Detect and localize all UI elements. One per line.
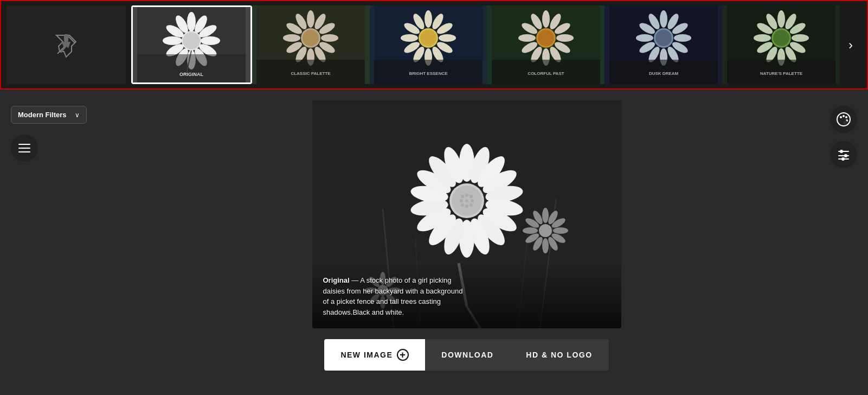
svg-point-162 xyxy=(465,199,468,202)
svg-point-53 xyxy=(420,30,436,46)
svg-point-158 xyxy=(461,195,464,198)
svg-point-27 xyxy=(321,34,338,42)
svg-point-67 xyxy=(518,34,536,42)
svg-text:ORIGINAL: ORIGINAL xyxy=(179,72,204,77)
filter-label: Modern Filters xyxy=(18,111,70,119)
bottom-buttons: NEW IMAGE + DOWNLOAD HD & NO LOGO xyxy=(324,339,608,371)
filmstrip: ORIGINAL xyxy=(0,0,868,90)
filmstrip-item-natures-palette[interactable]: NATURE'S PALETTE xyxy=(722,5,840,84)
svg-point-174 xyxy=(844,121,847,124)
filmstrip-item-bright-essence[interactable]: BRIGHT ESSENCE xyxy=(370,5,487,84)
right-panel xyxy=(825,100,857,168)
svg-point-70 xyxy=(538,30,554,46)
svg-point-180 xyxy=(841,157,845,161)
svg-point-119 xyxy=(553,227,568,234)
svg-point-166 xyxy=(470,203,473,207)
bright-thumb: BRIGHT ESSENCE xyxy=(374,5,483,84)
filmstrip-item-dusk-dream[interactable]: DUSK DREAM xyxy=(605,5,722,84)
center-image-wrapper: Original — A stock photo of a girl picki… xyxy=(108,100,825,371)
hd-no-logo-label: HD & NO LOGO xyxy=(526,351,592,359)
download-button[interactable]: DOWNLOAD xyxy=(425,339,510,371)
plus-icon: + xyxy=(397,349,409,361)
svg-point-58 xyxy=(542,10,550,28)
menu-button[interactable] xyxy=(11,135,38,162)
svg-point-24 xyxy=(307,10,314,28)
svg-point-87 xyxy=(655,30,672,46)
image-caption: Original — A stock photo of a girl picki… xyxy=(312,264,475,328)
filmstrip-next-button[interactable]: › xyxy=(840,37,861,53)
svg-point-160 xyxy=(470,195,473,198)
svg-point-95 xyxy=(792,34,809,42)
original-thumb: ORIGINAL xyxy=(137,7,246,82)
svg-point-50 xyxy=(401,34,418,42)
svg-point-161 xyxy=(460,199,463,202)
svg-text:CLASSIC PALETTE: CLASSIC PALETTE xyxy=(291,71,331,76)
hamburger-icon xyxy=(18,144,30,152)
svg-point-128 xyxy=(539,224,552,237)
svg-point-61 xyxy=(556,34,574,42)
svg-point-176 xyxy=(840,150,843,153)
svg-point-178 xyxy=(844,154,847,157)
svg-point-33 xyxy=(283,34,300,42)
svg-point-41 xyxy=(425,10,432,28)
svg-text:BRIGHT ESSENCE: BRIGHT ESSENCE xyxy=(409,71,448,76)
download-label: DOWNLOAD xyxy=(441,351,493,359)
chevron-down-icon: ∨ xyxy=(75,111,80,119)
svg-point-78 xyxy=(674,34,691,42)
svg-point-18 xyxy=(183,32,200,49)
left-panel: Modern Filters ∨ xyxy=(11,100,108,162)
sliders-button[interactable] xyxy=(830,141,857,168)
main-area: Modern Filters ∨ xyxy=(0,90,868,395)
new-image-button[interactable]: NEW IMAGE + xyxy=(324,339,425,371)
main-image-container: Original — A stock photo of a girl picki… xyxy=(312,100,621,328)
svg-point-44 xyxy=(439,34,456,42)
svg-rect-1 xyxy=(64,34,68,42)
svg-point-9 xyxy=(201,36,220,45)
nature-thumb: NATURE'S PALETTE xyxy=(727,5,835,84)
caption-bold-text: Original xyxy=(323,276,350,284)
svg-point-122 xyxy=(542,238,549,253)
pin-icon xyxy=(53,32,79,58)
classic-thumb: CLASSIC PALETTE xyxy=(256,5,365,84)
svg-point-101 xyxy=(754,34,771,42)
svg-point-6 xyxy=(187,12,196,31)
svg-point-170 xyxy=(843,115,845,117)
filmstrip-pin-button[interactable] xyxy=(7,5,126,84)
svg-text:COLORFUL PAST: COLORFUL PAST xyxy=(528,71,564,76)
filmstrip-items: ORIGINAL xyxy=(131,5,840,84)
filmstrip-item-original[interactable]: ORIGINAL xyxy=(131,5,252,84)
filmstrip-item-classic-palette[interactable]: CLASSIC PALETTE xyxy=(252,5,370,84)
svg-point-104 xyxy=(773,30,789,46)
dusk-thumb: DUSK DREAM xyxy=(609,5,718,84)
filter-dropdown[interactable]: Modern Filters ∨ xyxy=(11,106,87,124)
svg-point-15 xyxy=(163,36,182,45)
svg-point-36 xyxy=(303,30,319,46)
svg-text:DUSK DREAM: DUSK DREAM xyxy=(649,71,679,76)
svg-rect-20 xyxy=(137,54,246,82)
svg-text:NATURE'S PALETTE: NATURE'S PALETTE xyxy=(760,71,803,76)
svg-point-169 xyxy=(840,116,842,118)
svg-point-165 xyxy=(465,205,468,208)
palette-icon xyxy=(836,112,851,127)
svg-point-92 xyxy=(777,10,785,28)
hd-no-logo-button[interactable]: HD & NO LOGO xyxy=(510,339,608,371)
svg-point-163 xyxy=(471,199,474,202)
svg-point-171 xyxy=(845,116,847,118)
filmstrip-item-colorful-past[interactable]: COLORFUL PAST xyxy=(487,5,605,84)
new-image-label: NEW IMAGE xyxy=(340,351,393,359)
svg-point-75 xyxy=(660,10,667,28)
svg-point-84 xyxy=(636,34,653,42)
svg-point-116 xyxy=(542,208,549,223)
svg-point-125 xyxy=(523,227,538,234)
palette-button[interactable] xyxy=(830,106,857,133)
sliders-icon xyxy=(836,147,851,162)
colorful-thumb: COLORFUL PAST xyxy=(492,5,600,84)
svg-point-159 xyxy=(465,194,468,197)
svg-point-164 xyxy=(461,203,464,207)
